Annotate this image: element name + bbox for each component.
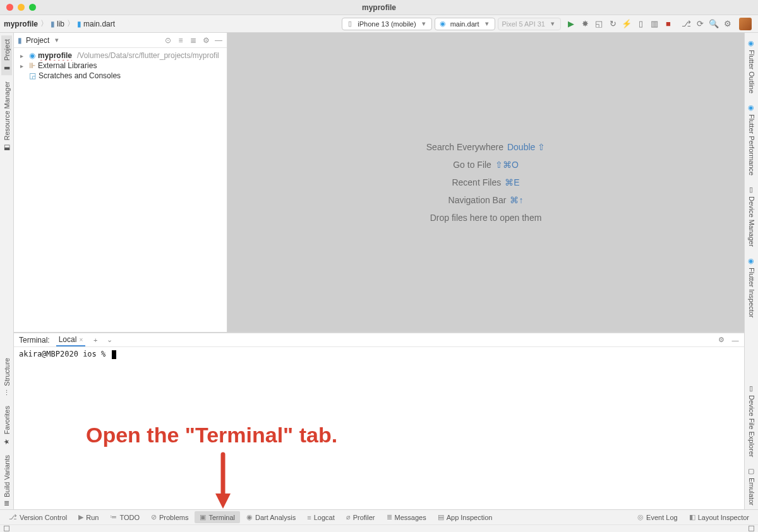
bottom-tab-logcat[interactable]: ≡Logcat [302,512,339,523]
play-icon: ▶ [78,513,83,521]
library-icon: ⊪ [29,61,35,70]
device-disabled-label: Pixel 5 API 31 [502,20,546,28]
branch-icon: ⎇ [9,513,17,521]
layout-icon: ◧ [689,513,695,521]
git-icon[interactable]: ⎇ [681,19,691,29]
bottom-tab-todo[interactable]: ≔TODO [105,511,145,523]
tree-scratches[interactable]: ▸ ◲ Scratches and Consoles [14,71,227,81]
log-icon: ◎ [637,513,644,521]
bottom-tab-messages[interactable]: ≣Messages [382,511,431,523]
left-tab-project[interactable]: ▮ Project [1,35,12,75]
expand-all-icon[interactable]: ≡ [176,36,185,45]
phone-icon: ▯ [346,20,354,28]
breadcrumb-item-project[interactable]: myprofile [4,20,38,28]
terminal-icon: ▣ [200,513,206,521]
messages-icon: ≣ [387,513,392,521]
left-tab-favorites[interactable]: ★ Favorites [1,402,12,449]
search-icon[interactable]: 🔍 [709,19,719,29]
dart-file-icon: ▮ [77,20,81,28]
status-bar [0,524,758,532]
inspect-icon: ▤ [438,513,444,521]
project-view-icon: ▮ [18,36,22,45]
star-icon: ★ [3,437,11,445]
bottom-tab-problems[interactable]: ⊘Problems [146,511,193,523]
gear-icon[interactable]: ⚙ [202,36,210,45]
hint-go-to-file: Go to File [453,160,491,170]
bottom-tab-version-control[interactable]: ⎇Version Control [4,511,72,523]
terminal-cursor [112,350,116,359]
status-lock-icon[interactable] [749,526,754,531]
terminal-title: Terminal: [19,336,50,345]
stop-button[interactable]: ■ [663,19,673,29]
debug-button[interactable]: ✸ [580,19,590,29]
device-file-icon: ▯ [747,384,755,393]
logcat-icon: ≡ [307,514,311,521]
flutter-icon: ◉ [439,20,447,28]
project-tree[interactable]: ▸ ◉ myprofile /Volumes/Data/src/flutter_… [14,48,227,83]
attach-button[interactable]: ▯ [635,19,646,29]
flutter-project-icon: ◉ [29,51,35,60]
coverage-button[interactable]: ◱ [594,19,604,29]
terminal-header: Terminal: Local× + ⌄ ⚙ — [14,333,744,347]
variants-icon: ≣ [4,499,9,507]
hint-recent-files: Recent Files [452,177,501,187]
new-terminal-button[interactable]: + [92,336,99,344]
left-tool-gutter: ▮ Project ◧ Resource Manager ⋮ Structure… [0,33,14,509]
run-button[interactable]: ▶ [566,19,576,29]
flutter-icon: ◉ [747,39,755,47]
bottom-tab-layout-inspector[interactable]: ◧Layout Inspector [684,511,754,523]
right-tool-gutter: ◉ Flutter Outline ◉ Flutter Performance … [744,33,758,509]
terminal-body[interactable]: akira@MBP2020 ios % [14,347,744,509]
right-tab-emulator[interactable]: ▢ Emulator [746,463,757,509]
right-tab-device-file-explorer[interactable]: ▯ Device File Explorer [746,381,757,461]
run-config-label: main.dart [450,20,479,28]
user-avatar[interactable] [739,18,752,30]
chevron-down-icon: ▾ [420,20,428,28]
profile-button[interactable]: ↻ [608,19,618,29]
bottom-tab-event-log[interactable]: ◎Event Log [632,511,683,523]
emulator-icon: ▢ [747,467,755,475]
right-tab-flutter-outline[interactable]: ◉ Flutter Outline [746,35,757,97]
hide-panel-icon[interactable]: — [731,336,739,344]
bottom-tab-app-inspection[interactable]: ▤App Inspection [433,511,498,523]
bottom-tab-profiler[interactable]: ⌀Profiler [341,511,380,523]
hot-reload-button[interactable]: ⚡ [622,19,632,29]
left-tab-build-variants[interactable]: ≣ Build Variants [1,451,12,509]
bottom-tab-run[interactable]: ▶Run [73,511,104,523]
right-tab-device-manager[interactable]: ▯ Device Manager [746,182,757,251]
terminal-tool-window: Terminal: Local× + ⌄ ⚙ — akira@MBP2020 i… [14,333,744,509]
terminal-menu-icon[interactable]: ⌄ [105,336,113,344]
right-tab-flutter-inspector[interactable]: ◉ Flutter Inspector [746,253,757,321]
bottom-tool-tabs: ⎇Version Control ▶Run ≔TODO ⊘Problems ▣T… [0,509,758,524]
gear-icon[interactable]: ⚙ [718,336,725,344]
terminal-tab-local[interactable]: Local× [56,334,86,346]
collapse-all-icon[interactable]: ≣ [189,36,198,45]
sync-icon[interactable]: ⟳ [695,19,705,29]
hide-panel-icon[interactable]: — [214,36,223,45]
breadcrumb-item-file[interactable]: ▮ main.dart [77,20,115,28]
device-selector[interactable]: ▯ iPhone 13 (mobile) ▾ [342,18,431,30]
terminal-prompt: akira@MBP2020 ios % [19,350,111,358]
bottom-tab-dart-analysis[interactable]: ◉Dart Analysis [241,511,301,523]
settings-icon[interactable]: ⚙ [723,19,733,29]
profiler-icon: ⌀ [346,513,351,521]
run-config-selector[interactable]: ◉ main.dart ▾ [435,18,495,30]
select-opened-file-icon[interactable]: ⊙ [164,36,172,45]
flutter-icon: ◉ [747,257,755,265]
right-tab-flutter-performance[interactable]: ◉ Flutter Performance [746,100,757,179]
left-tab-structure[interactable]: ⋮ Structure [1,354,12,399]
project-header-label[interactable]: Project [26,36,49,45]
hint-nav-bar: Navigation Bar [448,195,507,205]
scratches-icon: ◲ [29,71,36,80]
status-indicator-icon[interactable] [4,526,9,531]
tree-external-libraries[interactable]: ▸ ⊪ External Libraries [14,61,227,71]
left-tab-resource-manager[interactable]: ◧ Resource Manager [1,78,12,155]
bottom-tab-terminal[interactable]: ▣Terminal [195,511,240,523]
flutter-attach-button[interactable]: ▥ [649,19,659,29]
breadcrumb-item-lib[interactable]: ▮ lib [51,20,64,28]
close-icon[interactable]: × [79,336,83,343]
tree-root[interactable]: ▸ ◉ myprofile /Volumes/Data/src/flutter_… [14,50,227,61]
chevron-down-icon[interactable]: ▾ [53,36,61,44]
folder-icon: ▮ [3,63,11,71]
hint-drop-files: Drop files here to open them [430,213,542,223]
